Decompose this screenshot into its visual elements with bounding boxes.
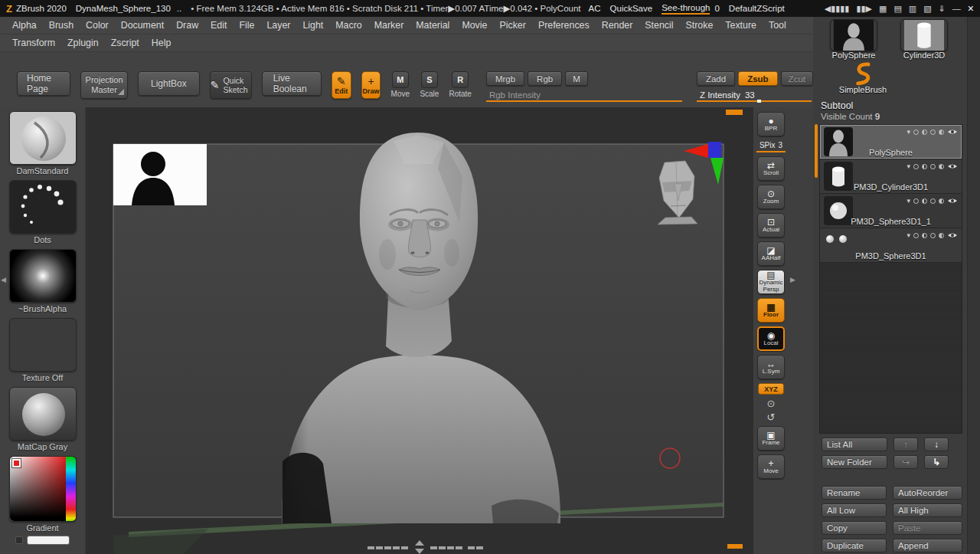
projection-master-button[interactable]: Projection Master [80, 71, 128, 99]
polypaint-icon[interactable] [913, 233, 919, 238]
move-to-folder-button[interactable]: ↪ [893, 455, 918, 469]
rename-button[interactable]: Rename [822, 486, 887, 500]
polypaint-icon[interactable] [913, 129, 919, 135]
canvas-move-button[interactable]: + Move [757, 454, 785, 479]
all-high-button[interactable]: All High [893, 503, 962, 517]
move-subtool-up-button[interactable]: ↑ [893, 438, 918, 451]
autoreorder-button[interactable]: AutoReorder [893, 486, 962, 500]
close-button[interactable]: × [968, 2, 974, 15]
subtool-scroll-indicator[interactable] [815, 124, 818, 178]
color-picker[interactable] [9, 456, 77, 522]
menu-item-tool[interactable]: Tool [763, 20, 792, 31]
edit-mode-button[interactable]: ✎ Edit [332, 71, 351, 99]
menu-item-material[interactable]: Material [410, 20, 456, 31]
rgb-button[interactable]: Rgb [528, 71, 562, 86]
subtool-row-sphere1-1[interactable]: ▾ PM3D_Sphere3D1_1 [820, 194, 962, 228]
z-intensity-slider[interactable]: Z Intensity 33 [697, 88, 812, 101]
radial-symmetry-icon[interactable]: ⊙ [767, 398, 776, 408]
eye-icon[interactable] [947, 231, 958, 239]
subtool-row-polysphere[interactable]: ▾ PolySphere [820, 125, 962, 159]
menu-item-preferences[interactable]: Preferences [532, 20, 596, 31]
polypaint-icon[interactable] [913, 198, 919, 204]
move-into-folder-button[interactable]: ↳ [924, 455, 949, 469]
menu-item-edit[interactable]: Edit [204, 20, 233, 31]
menu-item-stroke[interactable]: Stroke [680, 20, 720, 31]
chevron-down-icon[interactable]: ▾ [906, 129, 910, 136]
quicksave-button[interactable]: QuickSave [610, 4, 653, 13]
layout-2-icon[interactable]: ▤ [893, 4, 901, 14]
chevron-down-icon[interactable]: ▾ [906, 198, 910, 205]
chevron-down-icon[interactable]: ▾ [906, 163, 910, 170]
seethrough-slider[interactable]: See-through [662, 3, 710, 15]
tool-simplebrush[interactable]: SimpleBrush [838, 61, 888, 94]
axis-z-square[interactable] [708, 142, 721, 158]
menu-item-file[interactable]: File [233, 20, 260, 31]
menu-item-texture[interactable]: Texture [719, 20, 763, 31]
eye-icon[interactable] [947, 162, 958, 170]
menu-item-macro[interactable]: Macro [329, 20, 368, 31]
home-page-button[interactable]: Home Page [17, 71, 70, 96]
hue-strip[interactable] [66, 457, 76, 522]
menu-item-transform[interactable]: Transform [6, 38, 61, 48]
xyz-button[interactable]: XYZ [758, 383, 784, 395]
displacement-icon[interactable] [930, 164, 936, 169]
menu-item-alpha[interactable]: Alpha [6, 20, 43, 31]
displacement-icon[interactable] [930, 233, 936, 238]
quick-sketch-button[interactable]: ✎ Quick Sketch [210, 71, 252, 99]
live-boolean-button[interactable]: Live Boolean [262, 71, 322, 96]
spin-icon[interactable]: ↺ [767, 412, 776, 422]
color-selector[interactable]: Gradient [6, 456, 80, 545]
scroll-button[interactable]: ⇄ Scroll [757, 156, 785, 181]
zadd-button[interactable]: Zadd [697, 71, 735, 86]
menu-item-picker[interactable]: Picker [493, 20, 531, 31]
menu-item-document[interactable]: Document [115, 20, 170, 31]
uv-icon[interactable] [922, 233, 927, 238]
meter-right-icon[interactable]: ▮▮▶ [856, 4, 872, 14]
brush-selector[interactable]: DamStandard [6, 111, 80, 175]
copy-button[interactable]: Copy [822, 521, 887, 535]
scale-mode-button[interactable]: S Scale [420, 71, 439, 98]
alpha-selector[interactable]: ~BrushAlpha [6, 249, 80, 313]
left-divider-handle[interactable]: ◀ [1, 276, 6, 284]
z-intensity-handle[interactable] [757, 100, 761, 103]
menu-item-draw[interactable]: Draw [170, 20, 204, 31]
menu-item-marker[interactable]: Marker [368, 20, 410, 31]
move-subtool-down-button[interactable]: ↓ [924, 438, 949, 451]
zcut-button[interactable]: Zcut [781, 71, 813, 86]
alt-color-swatch[interactable] [15, 536, 23, 544]
rotate-mode-button[interactable]: R Rotate [449, 71, 471, 98]
stroke-selector[interactable]: Dots [6, 180, 80, 244]
append-button[interactable]: Append [893, 539, 962, 552]
menu-item-light[interactable]: Light [296, 20, 329, 31]
uv-icon[interactable] [922, 164, 927, 169]
floor-button[interactable]: ▦ Floor [757, 298, 785, 323]
meter-left-icon[interactable]: ◀▮▮▮▮ [825, 4, 850, 14]
displacement-icon[interactable] [930, 198, 936, 204]
menu-item-zscript[interactable]: Zscript [105, 38, 145, 48]
move-mode-button[interactable]: M Move [390, 71, 410, 98]
uv-icon[interactable] [922, 129, 927, 135]
dynamic-persp-button[interactable]: ▤ Dynamic Persp [757, 270, 785, 294]
layout-4-icon[interactable]: ▧ [923, 4, 931, 14]
lightbox-button[interactable]: LightBox [138, 71, 200, 96]
local-button[interactable]: ◉ Local [757, 326, 785, 351]
menu-item-help[interactable]: Help [145, 38, 177, 48]
draw-mode-button[interactable]: + Draw [361, 71, 381, 99]
bpr-button[interactable]: ● BPR [757, 112, 785, 136]
store-config-icon[interactable]: ⇓ [939, 4, 946, 14]
layout-1-icon[interactable]: ▦ [879, 4, 887, 14]
uv-icon[interactable] [922, 198, 927, 204]
rgb-intensity-slider[interactable]: Rgb Intensity [486, 88, 682, 101]
normalmap-icon[interactable] [939, 129, 944, 135]
default-zscript-button[interactable]: DefaultZScript [729, 4, 785, 13]
menu-item-movie[interactable]: Movie [456, 20, 493, 31]
tool-cylinder3d[interactable]: Cylinder3D [899, 19, 949, 60]
duplicate-button[interactable]: Duplicate [822, 539, 887, 552]
eye-icon[interactable] [947, 197, 958, 205]
sculpt-canvas[interactable] [86, 107, 753, 554]
minimize-button[interactable]: — [952, 4, 961, 13]
all-low-button[interactable]: All Low [822, 503, 887, 517]
chevron-down-icon[interactable]: ▾ [906, 232, 910, 239]
menu-item-brush[interactable]: Brush [43, 20, 80, 31]
m-button[interactable]: M [565, 71, 588, 86]
